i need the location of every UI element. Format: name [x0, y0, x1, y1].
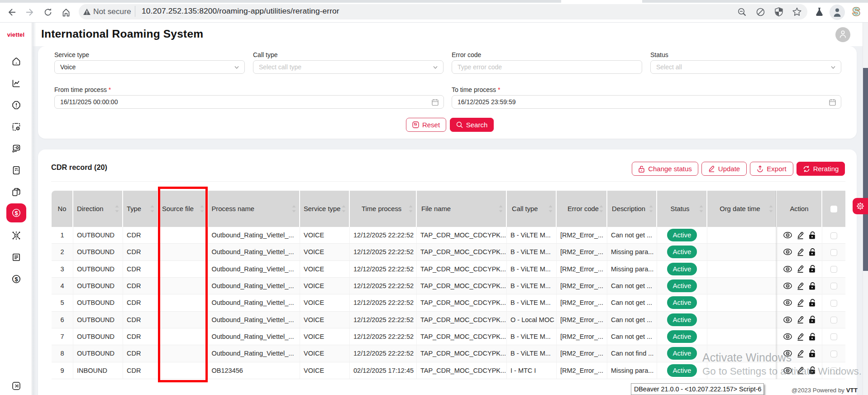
svg-text:S: S	[853, 6, 860, 18]
svg-text:$: $	[14, 210, 18, 217]
svg-text:$: $	[14, 276, 18, 283]
